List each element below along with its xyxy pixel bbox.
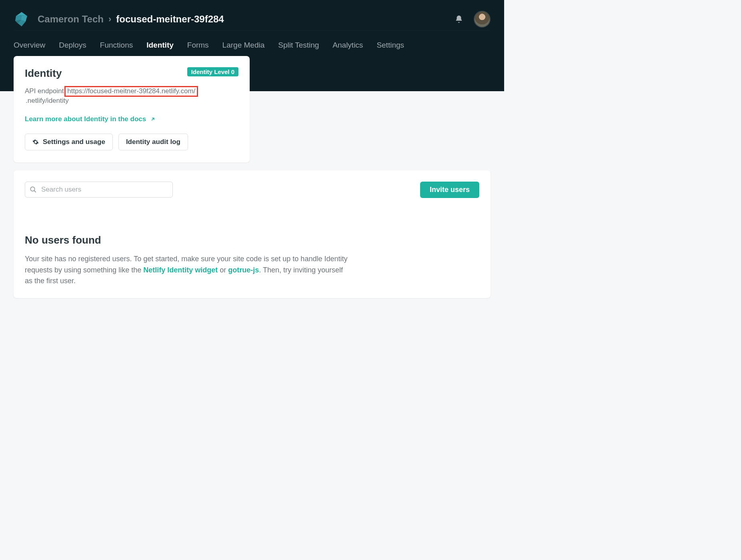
api-endpoint-label: API endpoint bbox=[25, 87, 64, 95]
tab-split-testing[interactable]: Split Testing bbox=[278, 41, 319, 51]
settings-button-label: Settings and usage bbox=[43, 138, 105, 146]
user-avatar[interactable] bbox=[474, 11, 491, 28]
breadcrumb-separator: › bbox=[108, 14, 111, 24]
api-endpoint-suffix: .netlify/identity bbox=[26, 97, 69, 105]
no-users-title: No users found bbox=[25, 234, 479, 246]
breadcrumb: Cameron Tech › focused-meitner-39f284 bbox=[38, 14, 455, 25]
netlify-logo-icon[interactable] bbox=[14, 11, 30, 27]
api-endpoint-highlighted: https://focused-meitner-39f284.netlify.c… bbox=[64, 86, 198, 97]
site-tabs: Overview Deploys Functions Identity Form… bbox=[14, 30, 491, 51]
netlify-identity-widget-link[interactable]: Netlify Identity widget bbox=[143, 266, 218, 274]
empty-text-or: or bbox=[218, 266, 228, 274]
gear-icon bbox=[32, 139, 39, 145]
tab-overview[interactable]: Overview bbox=[14, 41, 45, 51]
identity-summary-card: Identity Identity Level 0 API endpoint h… bbox=[14, 56, 250, 162]
breadcrumb-team[interactable]: Cameron Tech bbox=[38, 14, 104, 25]
docs-link-label: Learn more about Identity in the docs bbox=[25, 115, 146, 123]
search-users-input[interactable] bbox=[25, 182, 173, 198]
tab-forms[interactable]: Forms bbox=[187, 41, 209, 51]
tab-deploys[interactable]: Deploys bbox=[59, 41, 86, 51]
tab-settings[interactable]: Settings bbox=[377, 41, 404, 51]
svg-point-5 bbox=[30, 187, 35, 191]
audit-button-label: Identity audit log bbox=[126, 138, 180, 146]
tab-analytics[interactable]: Analytics bbox=[332, 41, 363, 51]
invite-users-button[interactable]: Invite users bbox=[420, 182, 479, 198]
tab-large-media[interactable]: Large Media bbox=[222, 41, 265, 51]
identity-audit-log-button[interactable]: Identity audit log bbox=[118, 134, 188, 150]
search-icon bbox=[30, 186, 37, 193]
external-link-icon bbox=[150, 116, 156, 122]
identity-docs-link[interactable]: Learn more about Identity in the docs bbox=[25, 115, 156, 123]
breadcrumb-site[interactable]: focused-meitner-39f284 bbox=[116, 14, 224, 25]
no-users-description: Your site has no registered users. To ge… bbox=[25, 254, 349, 287]
api-endpoint-line: API endpoint https://focused-meitner-39f… bbox=[25, 86, 238, 105]
users-card: Invite users No users found Your site ha… bbox=[14, 170, 491, 298]
svg-line-6 bbox=[34, 190, 36, 192]
page-title: Identity bbox=[25, 67, 62, 80]
svg-marker-1 bbox=[15, 15, 22, 21]
tab-functions[interactable]: Functions bbox=[100, 41, 133, 51]
settings-and-usage-button[interactable]: Settings and usage bbox=[25, 134, 113, 150]
notifications-bell-icon[interactable] bbox=[455, 14, 463, 24]
identity-level-badge: Identity Level 0 bbox=[187, 67, 238, 76]
tab-identity[interactable]: Identity bbox=[146, 41, 174, 51]
gotrue-js-link[interactable]: gotrue-js bbox=[228, 266, 259, 274]
